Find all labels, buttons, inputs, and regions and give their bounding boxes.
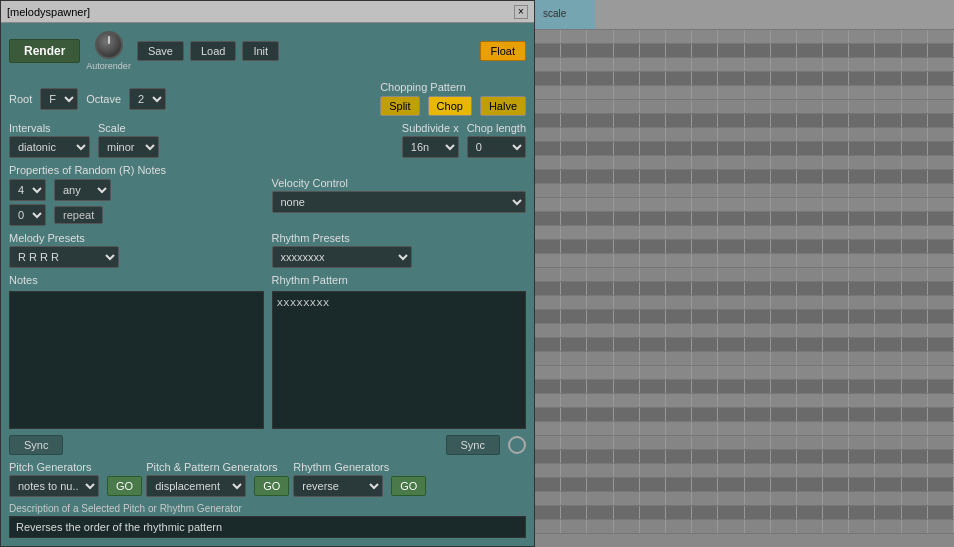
grid-cell[interactable] [666,170,692,183]
grid-cell[interactable] [902,338,928,351]
grid-cell[interactable] [666,58,692,71]
grid-cell[interactable] [902,170,928,183]
grid-cell[interactable] [561,58,587,71]
grid-cell[interactable] [875,450,901,463]
grid-cell[interactable] [928,408,954,421]
grid-cell[interactable] [875,128,901,141]
grid-cell[interactable] [614,422,640,435]
grid-cell[interactable] [875,254,901,267]
grid-cell[interactable] [535,310,561,323]
grid-cell[interactable] [718,142,744,155]
grid-cell[interactable] [928,478,954,491]
rhythm-gen-select[interactable]: reverse [293,475,383,497]
grid-cell[interactable] [718,478,744,491]
grid-cell[interactable] [692,436,718,449]
grid-cell[interactable] [666,44,692,57]
chop-button[interactable]: Chop [428,96,472,116]
grid-cell[interactable] [875,44,901,57]
grid-cell[interactable] [692,422,718,435]
grid-cell[interactable] [718,86,744,99]
grid-cell[interactable] [771,128,797,141]
grid-cell[interactable] [718,128,744,141]
grid-cell[interactable] [614,86,640,99]
grid-cell[interactable] [692,282,718,295]
grid-cell[interactable] [587,520,613,533]
grid-cell[interactable] [823,128,849,141]
grid-cell[interactable] [614,254,640,267]
choplength-select[interactable]: 01234 [467,136,526,158]
grid-cell[interactable] [928,380,954,393]
grid-cell[interactable] [640,58,666,71]
grid-cell[interactable] [875,170,901,183]
grid-cell[interactable] [666,226,692,239]
grid-cell[interactable] [797,128,823,141]
grid-cell[interactable] [823,72,849,85]
grid-cell[interactable] [535,380,561,393]
grid-cell[interactable] [561,324,587,337]
grid-cell[interactable] [692,268,718,281]
grid-cell[interactable] [797,366,823,379]
grid-cell[interactable] [692,170,718,183]
grid-cell[interactable] [561,464,587,477]
grid-cell[interactable] [849,170,875,183]
grid-cell[interactable] [849,408,875,421]
grid-cell[interactable] [561,86,587,99]
grid-cell[interactable] [561,240,587,253]
grid-cell[interactable] [823,30,849,43]
grid-cell[interactable] [928,352,954,365]
grid-cell[interactable] [561,394,587,407]
grid-cell[interactable] [797,156,823,169]
grid-cell[interactable] [902,282,928,295]
grid-cell[interactable] [797,72,823,85]
grid-cell[interactable] [535,114,561,127]
grid-cell[interactable] [902,114,928,127]
grid-cell[interactable] [535,100,561,113]
grid-cell[interactable] [535,198,561,211]
grid-cell[interactable] [666,352,692,365]
grid-cell[interactable] [692,44,718,57]
grid-cell[interactable] [640,72,666,85]
grid-cell[interactable] [640,128,666,141]
grid-cell[interactable] [928,156,954,169]
grid-cell[interactable] [587,338,613,351]
grid-cell[interactable] [587,464,613,477]
grid-cell[interactable] [849,422,875,435]
grid-cell[interactable] [666,296,692,309]
grid-cell[interactable] [771,170,797,183]
grid-cell[interactable] [692,310,718,323]
grid-cell[interactable] [928,128,954,141]
grid-cell[interactable] [875,338,901,351]
grid-cell[interactable] [928,310,954,323]
grid-cell[interactable] [666,86,692,99]
grid-cell[interactable] [535,296,561,309]
grid-cell[interactable] [928,366,954,379]
grid-cell[interactable] [666,30,692,43]
grid-cell[interactable] [614,198,640,211]
grid-cell[interactable] [823,114,849,127]
grid-cell[interactable] [561,100,587,113]
grid-cell[interactable] [535,30,561,43]
pitch-pattern-gen-select[interactable]: displacement [146,475,246,497]
grid-cell[interactable] [718,492,744,505]
grid-cell[interactable] [823,436,849,449]
grid-cell[interactable] [745,198,771,211]
grid-cell[interactable] [771,184,797,197]
grid-cell[interactable] [640,352,666,365]
grid-cell[interactable] [692,156,718,169]
grid-cell[interactable] [614,436,640,449]
grid-cell[interactable] [849,506,875,519]
init-button[interactable]: Init [242,41,279,61]
grid-cell[interactable] [771,240,797,253]
grid-cell[interactable] [928,506,954,519]
grid-cell[interactable] [666,366,692,379]
grid-cell[interactable] [640,464,666,477]
grid-cell[interactable] [561,520,587,533]
grid-cell[interactable] [797,142,823,155]
grid-cell[interactable] [902,310,928,323]
grid-cell[interactable] [902,520,928,533]
grid-cell[interactable] [928,72,954,85]
grid-cell[interactable] [771,436,797,449]
grid-cell[interactable] [718,520,744,533]
grid-cell[interactable] [849,184,875,197]
grid-cell[interactable] [745,394,771,407]
